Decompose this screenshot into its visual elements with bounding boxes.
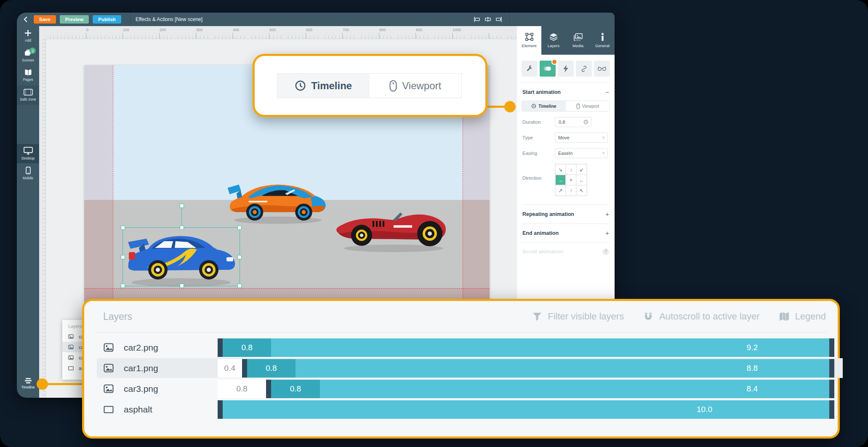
direction-right[interactable]: → — [555, 175, 566, 185]
sidebar-item-scenes[interactable]: 2 Scenes — [17, 46, 39, 65]
timeline-row-asphalt[interactable]: asphalt 10.0 — [97, 399, 843, 419]
timeline-start-handle[interactable] — [242, 359, 247, 378]
publish-button[interactable]: Publish — [93, 15, 121, 24]
duration-input[interactable] — [558, 119, 576, 125]
timeline-remaining-segment[interactable]: 8.4 — [320, 380, 829, 398]
car3-image[interactable] — [330, 203, 453, 254]
type-select[interactable]: Move ˅ — [555, 133, 608, 143]
viewport-toggle-option[interactable]: Viewport — [566, 101, 610, 111]
easing-select[interactable]: EaseIn ˅ — [555, 148, 608, 158]
ruler-label: 300 — [196, 28, 202, 32]
selection-box[interactable] — [122, 227, 240, 286]
expand-icon[interactable]: + — [605, 210, 609, 218]
align-center-icon[interactable] — [482, 16, 493, 23]
timeline-row-label: car3.png — [124, 384, 158, 394]
timeline-row-car3[interactable]: car3.png 0.80.88.4 — [97, 379, 843, 399]
timeline-end-handle[interactable] — [829, 338, 834, 357]
accessibility-tool-button[interactable] — [594, 61, 610, 77]
selection-rotate-stem — [181, 206, 182, 228]
panel-divider — [522, 82, 610, 83]
timeline-remaining-segment[interactable]: 8.8 — [296, 359, 829, 378]
ruler-label: 800 — [379, 28, 386, 32]
timeline-header: Layers Filter visible layers Autoscroll … — [84, 301, 838, 329]
right-panel: Element Layers Media General — [517, 13, 615, 322]
selection-handle-w[interactable] — [121, 255, 125, 259]
collapse-icon[interactable]: − — [605, 88, 609, 96]
preview-button[interactable]: Preview — [60, 15, 89, 24]
selection-handle-e[interactable] — [237, 255, 242, 259]
timeline-row-car1[interactable]: car1.png 0.40.88.8 — [97, 358, 843, 378]
actions-tool-button[interactable] — [558, 61, 574, 77]
timeline-start-handle[interactable] — [218, 400, 223, 419]
timeline-toggle-option[interactable]: Timeline — [522, 101, 566, 111]
timeline-animation-segment[interactable]: 0.8 — [271, 380, 320, 398]
selection-rotate-handle[interactable] — [180, 204, 184, 208]
timeline-start-handle[interactable] — [218, 338, 223, 357]
expand-icon[interactable]: + — [605, 229, 609, 237]
right-panel-tabs: Element Layers Media General — [517, 26, 615, 55]
timeline-end-handle[interactable] — [829, 400, 834, 419]
help-icon[interactable]: ? — [602, 248, 609, 255]
legend-button[interactable]: Legend — [779, 311, 826, 322]
direction-down-left[interactable]: ↙ — [576, 164, 587, 175]
callout-viewport-option[interactable]: Viewport — [370, 74, 462, 98]
timeline-end-handle[interactable] — [829, 380, 834, 398]
back-button[interactable] — [17, 16, 34, 22]
trigger-toggle: Timeline Viewport — [522, 101, 610, 112]
chevron-down-icon: ˅ — [602, 151, 604, 155]
map-icon — [779, 312, 789, 321]
timeline-delay-segment[interactable]: 0.4 — [218, 359, 242, 378]
selection-handle-nw[interactable] — [121, 226, 125, 230]
timeline-animation-segment[interactable]: 0.8 — [247, 359, 296, 378]
tab-element[interactable]: Element — [517, 26, 541, 55]
autoscroll-button[interactable]: Autoscroll to active layer — [643, 311, 759, 322]
selection-handle-se[interactable] — [237, 284, 242, 288]
start-animation-header[interactable]: Start animation − — [522, 88, 609, 96]
align-right-icon[interactable] — [493, 16, 504, 23]
repeating-animation-header[interactable]: Repeating animation + — [522, 210, 609, 218]
direction-down-right[interactable]: ↘ — [555, 164, 566, 175]
easing-value: EaseIn — [558, 151, 572, 156]
sidebar-timeline-button[interactable]: Timeline — [17, 372, 39, 394]
selection-handle-ne[interactable] — [237, 226, 242, 230]
save-button[interactable]: Save — [34, 15, 56, 24]
animation-tool-button[interactable] — [540, 61, 556, 77]
align-left-icon[interactable] — [471, 16, 482, 23]
car2-image[interactable] — [224, 176, 330, 226]
duration-field[interactable] — [555, 117, 591, 127]
direction-up-right[interactable]: ↗ — [555, 185, 566, 196]
timeline-row-car2[interactable]: car2.png 0.89.2 — [97, 338, 843, 357]
direction-left[interactable]: ← — [576, 175, 587, 185]
tab-layers[interactable]: Layers — [541, 26, 566, 55]
section-title: Start animation — [522, 89, 561, 95]
timeline-end-handle[interactable] — [829, 359, 834, 378]
selection-handle-s[interactable] — [180, 284, 184, 288]
selection-handle-sw[interactable] — [121, 284, 125, 288]
sidebar-item-safe-zone[interactable]: Safe zone — [17, 85, 39, 105]
direction-up-left[interactable]: ↖ — [576, 185, 587, 196]
filter-visible-layers-button[interactable]: Filter visible layers — [533, 311, 624, 322]
end-animation-header[interactable]: End animation + — [522, 229, 609, 237]
callout-timeline-option[interactable]: Timeline — [277, 74, 370, 98]
selection-handle-n[interactable] — [180, 226, 184, 230]
ruler-label: 1000 — [453, 28, 461, 32]
right-panel-body: Start animation − Timeline Viewport Dura… — [517, 55, 615, 322]
settings-tool-button[interactable] — [522, 61, 538, 77]
timeline-remaining-segment[interactable]: 9.2 — [271, 338, 829, 357]
timeline-remaining-segment[interactable]: 10.0 — [223, 400, 829, 419]
tab-media[interactable]: Media — [566, 26, 590, 55]
direction-up[interactable]: ↑ — [566, 185, 576, 196]
direction-down[interactable]: ↓ — [566, 164, 576, 175]
ruler-label: 600 — [306, 28, 312, 32]
sidebar-item-pages[interactable]: Pages — [17, 66, 39, 85]
timeline-start-handle[interactable] — [266, 380, 271, 398]
sidebar-item-desktop[interactable]: Desktop — [17, 144, 39, 163]
link-tool-button[interactable] — [576, 61, 592, 77]
timeline-animation-segment[interactable]: 0.8 — [223, 338, 271, 357]
timeline-bar-asphalt: 10.0 — [218, 400, 834, 419]
direction-center[interactable]: + — [566, 175, 576, 185]
sidebar-item-add[interactable]: Add — [17, 26, 39, 45]
tab-general[interactable]: General — [590, 26, 615, 55]
sidebar-item-mobile[interactable]: Mobile — [17, 164, 39, 183]
timeline-delay-segment[interactable]: 0.8 — [218, 380, 266, 398]
